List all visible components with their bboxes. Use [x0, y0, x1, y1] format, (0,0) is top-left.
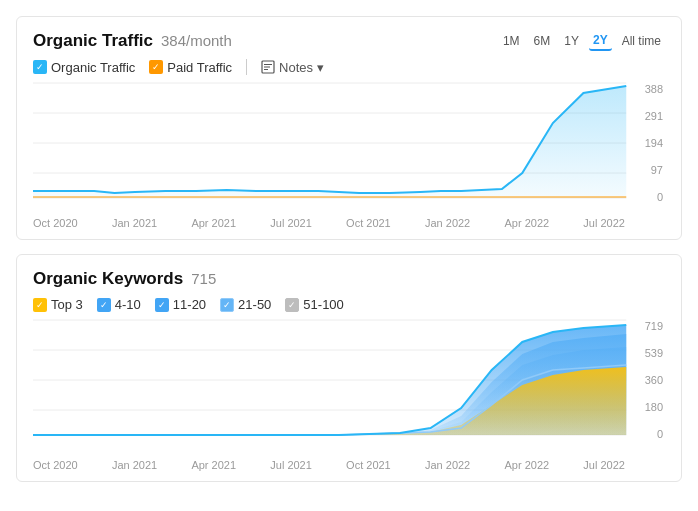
legend-51-100-label: 51-100: [303, 297, 343, 312]
legend-organic-traffic[interactable]: ✓ Organic Traffic: [33, 60, 135, 75]
kx-jan2021: Jan 2021: [112, 459, 157, 471]
keywords-chart: [33, 320, 665, 440]
kx-oct2021: Oct 2021: [346, 459, 391, 471]
checkbox-top3: ✓: [33, 298, 47, 312]
y-label-0: 0: [657, 191, 663, 203]
time-btn-1m[interactable]: 1M: [499, 32, 524, 50]
keywords-chart-area: 719 539 360 180 0: [33, 320, 665, 455]
x-oct2021: Oct 2021: [346, 217, 391, 229]
time-btn-all[interactable]: All time: [618, 32, 665, 50]
legend-top3[interactable]: ✓ Top 3: [33, 297, 83, 312]
traffic-legend: ✓ Organic Traffic ✓ Paid Traffic Notes ▾: [33, 59, 665, 75]
notes-icon: [261, 60, 275, 74]
notes-chevron: ▾: [317, 60, 324, 75]
x-jan2021: Jan 2021: [112, 217, 157, 229]
ky-label-180: 180: [645, 401, 663, 413]
organic-traffic-title: Organic Traffic: [33, 31, 153, 51]
legend-organic-label: Organic Traffic: [51, 60, 135, 75]
keywords-title-row: Organic Keywords 715: [33, 269, 216, 289]
ky-label-539: 539: [645, 347, 663, 359]
legend-21-50[interactable]: ✓ 21-50: [220, 297, 271, 312]
time-btn-2y[interactable]: 2Y: [589, 31, 612, 51]
y-label-291: 291: [645, 110, 663, 122]
keywords-section-header: Organic Keywords 715: [33, 269, 665, 289]
keywords-y-labels: 719 539 360 180 0: [629, 320, 665, 440]
time-btn-6m[interactable]: 6M: [530, 32, 555, 50]
ky-label-0: 0: [657, 428, 663, 440]
legend-11-20[interactable]: ✓ 11-20: [155, 297, 206, 312]
legend-top3-label: Top 3: [51, 297, 83, 312]
keywords-x-labels: Oct 2020 Jan 2021 Apr 2021 Jul 2021 Oct …: [33, 457, 625, 471]
kx-jul2021: Jul 2021: [270, 459, 312, 471]
traffic-fill: [33, 86, 626, 198]
traffic-chart: [33, 83, 665, 203]
organic-traffic-section: Organic Traffic 384/month 1M 6M 1Y 2Y Al…: [16, 16, 682, 240]
notes-button[interactable]: Notes ▾: [261, 60, 324, 75]
y-label-194: 194: [645, 137, 663, 149]
x-apr2022: Apr 2022: [504, 217, 549, 229]
checkbox-21-50: ✓: [220, 298, 234, 312]
kx-jan2022: Jan 2022: [425, 459, 470, 471]
x-jul2022: Jul 2022: [583, 217, 625, 229]
x-oct2020: Oct 2020: [33, 217, 78, 229]
legend-51-100[interactable]: ✓ 51-100: [285, 297, 343, 312]
ky-label-719: 719: [645, 320, 663, 332]
x-jan2022: Jan 2022: [425, 217, 470, 229]
time-btn-1y[interactable]: 1Y: [560, 32, 583, 50]
checkbox-11-20: ✓: [155, 298, 169, 312]
organic-keywords-section: Organic Keywords 715 ✓ Top 3 ✓ 4-10 ✓ 11…: [16, 254, 682, 482]
legend-paid-traffic[interactable]: ✓ Paid Traffic: [149, 60, 232, 75]
traffic-y-labels: 388 291 194 97 0: [629, 83, 665, 203]
keywords-legend: ✓ Top 3 ✓ 4-10 ✓ 11-20 ✓ 21-50 ✓ 51-100: [33, 297, 665, 312]
notes-label: Notes: [279, 60, 313, 75]
legend-4-10-label: 4-10: [115, 297, 141, 312]
legend-separator: [246, 59, 247, 75]
traffic-x-labels: Oct 2020 Jan 2021 Apr 2021 Jul 2021 Oct …: [33, 215, 625, 229]
checkbox-paid: ✓: [149, 60, 163, 74]
organic-traffic-value: 384/month: [161, 32, 232, 49]
organic-keywords-value: 715: [191, 270, 216, 287]
kx-apr2022: Apr 2022: [504, 459, 549, 471]
checkbox-51-100: ✓: [285, 298, 299, 312]
y-label-388: 388: [645, 83, 663, 95]
legend-4-10[interactable]: ✓ 4-10: [97, 297, 141, 312]
traffic-chart-area: 388 291 194 97 0: [33, 83, 665, 213]
x-jul2021: Jul 2021: [270, 217, 312, 229]
kx-oct2020: Oct 2020: [33, 459, 78, 471]
checkbox-organic: ✓: [33, 60, 47, 74]
ky-label-360: 360: [645, 374, 663, 386]
legend-21-50-label: 21-50: [238, 297, 271, 312]
time-range-controls: 1M 6M 1Y 2Y All time: [499, 31, 665, 51]
checkbox-4-10: ✓: [97, 298, 111, 312]
x-apr2021: Apr 2021: [191, 217, 236, 229]
kx-jul2022: Jul 2022: [583, 459, 625, 471]
organic-keywords-title: Organic Keywords: [33, 269, 183, 289]
traffic-section-header: Organic Traffic 384/month 1M 6M 1Y 2Y Al…: [33, 31, 665, 51]
legend-11-20-label: 11-20: [173, 297, 206, 312]
kx-apr2021: Apr 2021: [191, 459, 236, 471]
legend-paid-label: Paid Traffic: [167, 60, 232, 75]
traffic-title-row: Organic Traffic 384/month: [33, 31, 232, 51]
y-label-97: 97: [651, 164, 663, 176]
